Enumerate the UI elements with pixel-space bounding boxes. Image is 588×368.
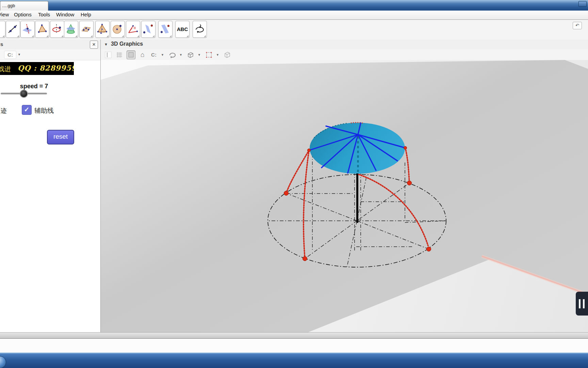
sphere-icon (112, 23, 123, 35)
menu-window[interactable]: Window (56, 12, 74, 17)
close-icon: ✕ (92, 42, 96, 47)
tool-polygon-button[interactable] (35, 21, 49, 38)
window-status-strip (0, 332, 588, 339)
grid-icon[interactable] (115, 51, 124, 59)
chevron-down-icon[interactable]: ▼ (179, 53, 183, 57)
menu-options[interactable]: Options (14, 12, 32, 17)
home-view-icon[interactable]: ⌂ (138, 51, 147, 59)
menu-view[interactable]: View (0, 12, 9, 17)
angle-icon: α (127, 23, 138, 35)
toolbar: α ABC (0, 20, 588, 40)
point-capture-icon[interactable]: C: (4, 51, 16, 59)
graphics3d-stylebar: ⌂ C: ▼ ▼ ▼ ▼ (101, 49, 588, 60)
trace-label-fragment: 迹 (1, 107, 7, 115)
reflect-point-icon (159, 23, 171, 35)
alpha-glyph: α (134, 26, 136, 30)
clip-size-icon[interactable] (205, 51, 213, 59)
xy-plane[interactable] (101, 60, 588, 332)
reset-button[interactable]: reset (47, 130, 74, 144)
banner-chinese-text: 戏进 (0, 65, 11, 74)
tool-perpendicular-line-button[interactable] (20, 21, 35, 38)
rotate-view-icon[interactable] (168, 51, 176, 59)
cone-icon (65, 23, 77, 35)
speed-slider-thumb[interactable] (20, 90, 28, 98)
graphics3d-header: ▼ 3D Graphics (101, 40, 588, 50)
line-icon (7, 23, 18, 35)
screen: ….ggb View Options Tools Window Help (0, 0, 588, 368)
menu-help[interactable]: Help (81, 12, 91, 17)
window-control-fragment[interactable] (578, 1, 587, 7)
menu-bar: View Options Tools Window Help (0, 11, 588, 20)
tool-plane-points-button[interactable] (79, 21, 94, 38)
tool-reflect-plane-button[interactable] (141, 21, 156, 38)
tool-cone-intersect-button[interactable] (64, 21, 78, 38)
polygon-icon (36, 23, 48, 35)
window-title-bar[interactable]: ….ggb (0, 0, 588, 11)
menu-tools[interactable]: Tools (38, 12, 50, 17)
aux-lines-checkbox[interactable]: ✓ (22, 105, 32, 115)
tool-sphere-button[interactable] (111, 21, 125, 38)
plane-through-points-icon (80, 23, 92, 35)
clipping-box-icon[interactable] (186, 51, 195, 59)
undo-icon: ↶ (575, 23, 579, 28)
tool-partial-button[interactable] (0, 21, 5, 38)
file-name: ….ggb (2, 3, 15, 8)
file-tab[interactable]: ….ggb (0, 1, 48, 11)
chevron-down-icon[interactable]: ▼ (198, 53, 202, 57)
qq-ad-banner: 戏进 QQ : 82899594 (0, 62, 74, 75)
collapse-triangle-icon[interactable]: ▼ (104, 42, 108, 46)
pause-bar-icon (579, 299, 581, 308)
tool-reflect-point-button[interactable] (158, 21, 173, 38)
axes-icon[interactable] (104, 51, 112, 59)
graphics3d-title: 3D Graphics (111, 41, 143, 47)
chevron-down-icon[interactable]: ▼ (18, 53, 21, 56)
left-panel-title-fragment: s (0, 41, 3, 47)
reflect-plane-icon (142, 23, 154, 35)
start-button[interactable] (0, 356, 6, 368)
pyramid-icon (96, 23, 108, 35)
tool-line-button[interactable] (6, 21, 20, 38)
tool-text-button[interactable]: ABC (175, 21, 190, 38)
rotate-view-icon (194, 23, 205, 35)
banner-qq-number: QQ : 82899594 (18, 64, 74, 72)
speed-slider-label: speed = 7 (10, 83, 58, 90)
aux-lines-label: 辅助线 (34, 106, 54, 115)
left-panel-header: s ✕ (0, 40, 100, 50)
chevron-down-icon[interactable]: ▼ (216, 53, 220, 57)
pause-button[interactable] (576, 292, 588, 316)
check-icon: ✓ (24, 106, 30, 113)
point-capture-icon[interactable]: C: (150, 51, 158, 59)
left-panel-close-button[interactable]: ✕ (90, 41, 98, 49)
pause-bar-icon (583, 299, 585, 308)
left-panel-stylebar: C: ▼ (0, 49, 100, 60)
taskbar: e ▶ S ▼ ▶ (0, 352, 588, 368)
tool-angle-button[interactable]: α (126, 21, 140, 38)
tool-pyramid-button[interactable] (95, 21, 110, 38)
tool-rotate-view-button[interactable] (193, 21, 207, 38)
projection-cube-icon[interactable] (223, 51, 231, 59)
undo-button[interactable]: ↶ (573, 22, 582, 29)
scene-3d (101, 60, 588, 332)
abc-label: ABC (177, 26, 188, 32)
perpendicular-line-icon (21, 23, 33, 35)
desktop-area: S 五 ☽ (0, 339, 588, 352)
plane-icon[interactable] (127, 50, 135, 59)
tool-circle-axis-button[interactable] (50, 21, 64, 38)
graphics3d-viewport[interactable] (101, 60, 588, 332)
circle-axis-icon (51, 23, 63, 35)
chevron-down-icon[interactable]: ▼ (161, 53, 165, 57)
